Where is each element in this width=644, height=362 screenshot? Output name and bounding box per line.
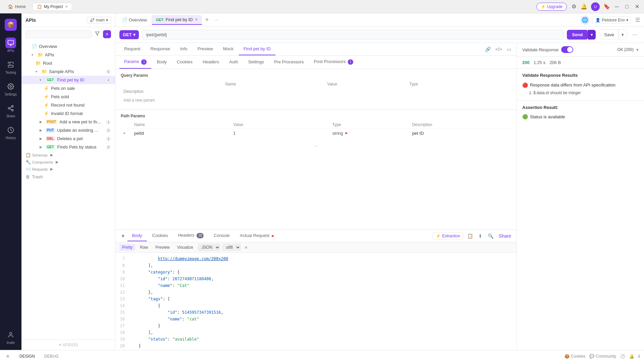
- body-tab[interactable]: Body: [152, 56, 171, 68]
- save-more-button[interactable]: ▾: [619, 29, 627, 40]
- pre-processors-tab[interactable]: Pre Processors: [269, 56, 309, 68]
- resp-headers-tab[interactable]: Headers 18: [173, 230, 208, 242]
- resp-console-tab[interactable]: Console: [209, 230, 234, 241]
- format-visualize-btn[interactable]: Visualize: [174, 244, 196, 251]
- tree-components[interactable]: 🔧 Components ▶: [21, 158, 115, 165]
- tree-pets-sold[interactable]: ⚡ Pets sold: [21, 93, 115, 101]
- settings-tab[interactable]: Settings: [244, 56, 269, 68]
- notification-icon[interactable]: 🔔: [581, 4, 587, 10]
- tree-root[interactable]: 📁 Root: [21, 59, 115, 67]
- validate-status-label[interactable]: OK (200): [617, 47, 634, 52]
- community-link[interactable]: 💬 Community: [589, 354, 616, 359]
- close-icon[interactable]: ✕: [634, 4, 640, 10]
- tree-pets-on-sale[interactable]: ⚡ Pets on sale: [21, 84, 115, 93]
- tree-get-pets-status[interactable]: ▶ GET Finds Pets by status 2: [21, 143, 115, 151]
- code-wrap-icon[interactable]: ≡: [243, 244, 250, 251]
- format-pretty-btn[interactable]: Pretty: [119, 244, 135, 251]
- petid-value[interactable]: 1: [233, 131, 329, 136]
- search-response-icon[interactable]: 🔍: [486, 232, 495, 240]
- add-api-button[interactable]: +: [103, 30, 111, 38]
- more-dots[interactable]: ···: [115, 142, 517, 149]
- tab-add-button[interactable]: +: [203, 15, 212, 25]
- sidebar-item-share[interactable]: Share: [1, 100, 20, 121]
- tree-requests[interactable]: 📨 Requests ▶: [21, 165, 115, 172]
- close-tab-icon[interactable]: ✕: [195, 17, 198, 22]
- upgrade-button[interactable]: ⚡ Upgrade: [536, 3, 567, 11]
- link-icon[interactable]: 🔗: [484, 45, 492, 53]
- tree-schemas[interactable]: 📋 Schemas ▶: [21, 151, 115, 158]
- req-tab-preview[interactable]: Preview: [193, 43, 218, 55]
- req-tab-mock[interactable]: Mock: [218, 43, 238, 55]
- tree-overview[interactable]: 📄 Overview: [21, 42, 115, 51]
- clock-bottom-icon[interactable]: 🕐: [620, 354, 625, 359]
- format-json-select[interactable]: JSON: [198, 244, 220, 251]
- send-button[interactable]: Send: [567, 30, 588, 40]
- post-processors-tab[interactable]: Post Processors 1: [309, 56, 358, 69]
- validate-toggle-switch[interactable]: [561, 46, 573, 53]
- share-response-icon[interactable]: Share: [497, 232, 513, 240]
- sidebar-item-apis[interactable]: APIs: [1, 35, 20, 55]
- back-nav-btn[interactable]: [4, 353, 13, 360]
- sidebar-item-invite[interactable]: Invite: [1, 327, 20, 347]
- resp-actual-tab[interactable]: Actual Request: [235, 230, 278, 241]
- env-selector[interactable]: 👤 Petstore Env ▾: [592, 16, 631, 24]
- req-tab-info[interactable]: Info: [175, 43, 192, 55]
- tree-invalid-id[interactable]: ⚡ Invalid ID format: [21, 109, 115, 118]
- user-avatar[interactable]: U: [591, 2, 600, 11]
- download-response-icon[interactable]: ⬇: [477, 232, 484, 240]
- bell-bottom-icon[interactable]: 🔔: [629, 354, 634, 359]
- tab-more-button[interactable]: ···: [212, 16, 221, 24]
- maximize-icon[interactable]: □: [624, 4, 630, 10]
- cookies-tab[interactable]: Cookies: [172, 56, 197, 68]
- format-preview-btn[interactable]: Preview: [153, 244, 172, 251]
- debug-tab[interactable]: DEBUG: [42, 353, 61, 360]
- tab-bar-menu-icon[interactable]: ☰: [634, 15, 641, 24]
- branch-selector[interactable]: main ▾: [87, 17, 111, 23]
- info-bottom-icon[interactable]: ℹ: [638, 354, 640, 359]
- petid-caret[interactable]: ▾: [123, 131, 131, 135]
- settings-icon[interactable]: ⚙: [571, 4, 577, 10]
- extraction-button[interactable]: ⚡ Extraction: [433, 232, 463, 240]
- filter-button[interactable]: [94, 30, 101, 38]
- tree-apis-section[interactable]: ▾ 📁 APIs: [21, 51, 115, 59]
- req-tab-response[interactable]: Response: [146, 43, 175, 55]
- tree-del-pet[interactable]: ▶ DEL Deletes a pet 1: [21, 134, 115, 143]
- sidebar-item-history[interactable]: History: [1, 122, 20, 142]
- cookies-link[interactable]: 🍪 Cookies: [565, 354, 585, 359]
- auth-tab[interactable]: Auth: [224, 56, 243, 68]
- design-tab[interactable]: DESIGN: [17, 353, 38, 360]
- params-tab[interactable]: Params 1: [119, 56, 151, 69]
- save-button[interactable]: Save: [600, 29, 619, 40]
- project-tab[interactable]: 📋 My Project ✕: [33, 3, 72, 11]
- tab-overview[interactable]: 📄 Overview: [118, 15, 151, 24]
- sidebar-item-testing[interactable]: Testing: [1, 57, 20, 77]
- send-dropdown-button[interactable]: ▾: [588, 30, 596, 40]
- req-tab-request[interactable]: Request: [119, 43, 145, 55]
- layout-icon[interactable]: ▭: [505, 45, 513, 53]
- tree-post-add-pet[interactable]: ▶ POST Add a new pet to th... 1: [21, 118, 115, 126]
- bookmark-icon[interactable]: 🔖: [604, 4, 610, 10]
- tree-trash[interactable]: 🗑 Trash: [21, 172, 115, 181]
- validate-expand-icon[interactable]: ▾: [636, 47, 639, 52]
- add-param-button[interactable]: Add a new param: [121, 95, 511, 105]
- collapse-response-btn[interactable]: ▼: [119, 232, 127, 240]
- resp-body-tab[interactable]: Body: [127, 230, 147, 241]
- tab-find-pet[interactable]: GET Find pet by ID ✕: [152, 15, 202, 25]
- tree-put-update[interactable]: ▶ PUT Update an existing ... 2: [21, 126, 115, 134]
- copy-response-icon[interactable]: 📋: [466, 232, 474, 240]
- req-tab-find-pet[interactable]: Find pet by ID: [239, 43, 275, 55]
- resp-cookies-tab[interactable]: Cookies: [148, 230, 173, 241]
- minimize-icon[interactable]: ─: [614, 4, 620, 10]
- tree-find-pet[interactable]: ▾ GET Find pet by ID 4: [21, 76, 115, 84]
- format-raw-btn[interactable]: Raw: [137, 244, 151, 251]
- sidebar-item-settings[interactable]: Settings: [1, 78, 20, 99]
- home-tab[interactable]: 🏠 Home: [4, 3, 30, 10]
- method-select-button[interactable]: GET ▾: [119, 30, 139, 39]
- tree-record-not-found[interactable]: ⚡ Record not found: [21, 101, 115, 109]
- tree-sample-apis[interactable]: ▾ 📁 Sample APIs 5: [21, 67, 115, 76]
- url-more-button[interactable]: ···: [630, 30, 640, 40]
- headers-tab[interactable]: Headers: [198, 56, 224, 68]
- format-encoding-select[interactable]: utf8: [222, 244, 241, 251]
- url-input[interactable]: [142, 30, 564, 40]
- code-icon[interactable]: </>: [494, 45, 503, 53]
